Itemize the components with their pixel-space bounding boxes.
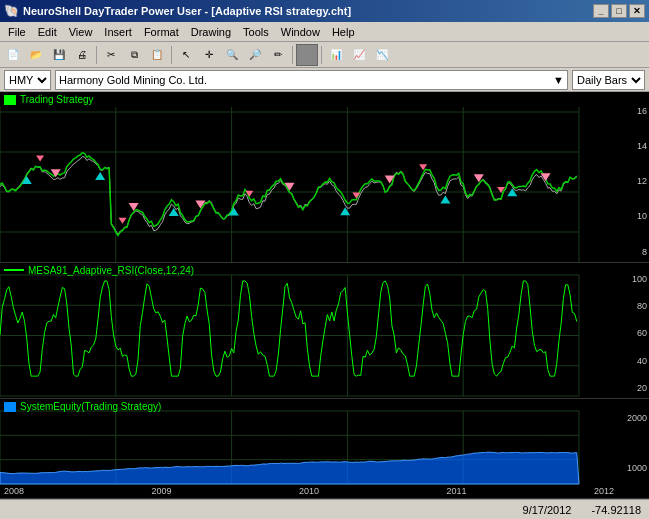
chart-button2[interactable]: 📈: [348, 44, 370, 66]
y-label-16: 16: [617, 107, 647, 116]
menu-format[interactable]: Format: [138, 25, 185, 39]
equity-panel: SystemEquity(Trading Strategy) 2000 1000…: [0, 399, 649, 499]
rsi-y-60: 60: [617, 329, 647, 338]
symbol-name: Harmony Gold Mining Co. Ltd. ▼: [55, 70, 568, 90]
title-bar-controls: _ □ ✕: [593, 4, 645, 18]
menu-file[interactable]: File: [2, 25, 32, 39]
title-bar-left: 🐚 NeuroShell DayTrader Power User - [Ada…: [4, 4, 351, 18]
toolbar-sep-3: [292, 46, 293, 64]
menu-window[interactable]: Window: [275, 25, 326, 39]
copy-button[interactable]: ⧉: [123, 44, 145, 66]
title-text: NeuroShell DayTrader Power User - [Adapt…: [23, 5, 351, 17]
trading-strategy-panel: Trading Strategy 16 14 12 10 8: [0, 92, 649, 263]
menu-bar: File Edit View Insert Format Drawing Too…: [0, 22, 649, 42]
pen-button[interactable]: ✏: [267, 44, 289, 66]
crosshair-button[interactable]: ✛: [198, 44, 220, 66]
rsi-y-20: 20: [617, 384, 647, 393]
paste-button[interactable]: 📋: [146, 44, 168, 66]
zoom-button[interactable]: 🔍: [221, 44, 243, 66]
chart-button3[interactable]: 📉: [371, 44, 393, 66]
fill-button[interactable]: [296, 44, 318, 66]
menu-edit[interactable]: Edit: [32, 25, 63, 39]
equity-label: SystemEquity(Trading Strategy): [4, 401, 161, 412]
new-button[interactable]: 📄: [2, 44, 24, 66]
trading-strategy-icon: [4, 95, 16, 105]
menu-drawing[interactable]: Drawing: [185, 25, 237, 39]
trading-strategy-label: Trading Strategy: [4, 94, 94, 105]
y-label-14: 14: [617, 142, 647, 151]
equity-y-1000: 1000: [612, 464, 647, 473]
y-label-8: 8: [617, 248, 647, 257]
y-label-12: 12: [617, 177, 647, 186]
equity-icon: [4, 402, 16, 412]
mesa-rsi-icon: [4, 269, 24, 271]
equity-chart-canvas: [0, 399, 614, 499]
equity-y-axis: 2000 1000: [612, 399, 647, 478]
symbol-select[interactable]: HMY: [4, 70, 51, 90]
trading-chart-canvas: [0, 92, 614, 263]
x-label-2008: 2008: [4, 487, 24, 496]
x-label-2011: 2011: [446, 487, 466, 496]
mesa-rsi-panel: MESA91_Adaptive_RSI(Close,12,24) 100 80 …: [0, 263, 649, 399]
maximize-button[interactable]: □: [611, 4, 627, 18]
cut-button[interactable]: ✂: [100, 44, 122, 66]
y-label-10: 10: [617, 212, 647, 221]
print-button[interactable]: 🖨: [71, 44, 93, 66]
toolbar-sep-1: [96, 46, 97, 64]
x-axis: 2008 2009 2010 2011 2012: [4, 487, 614, 496]
title-bar: 🐚 NeuroShell DayTrader Power User - [Ada…: [0, 0, 649, 22]
toolbar-sep-2: [171, 46, 172, 64]
symbol-dropdown-arrow[interactable]: ▼: [553, 74, 564, 86]
x-label-2010: 2010: [299, 487, 319, 496]
mesa-rsi-label: MESA91_Adaptive_RSI(Close,12,24): [4, 265, 194, 276]
chart-button1[interactable]: 📊: [325, 44, 347, 66]
x-label-2012: 2012: [594, 487, 614, 496]
menu-insert[interactable]: Insert: [98, 25, 138, 39]
equity-y-2000: 2000: [612, 414, 647, 423]
toolbar-sep-4: [321, 46, 322, 64]
x-label-2009: 2009: [151, 487, 171, 496]
zoom-out-button[interactable]: 🔎: [244, 44, 266, 66]
app-icon: 🐚: [4, 4, 19, 18]
menu-view[interactable]: View: [63, 25, 99, 39]
open-button[interactable]: 📂: [25, 44, 47, 66]
timeframe-select[interactable]: Daily Bars: [572, 70, 645, 90]
rsi-y-100: 100: [617, 275, 647, 284]
rsi-y-80: 80: [617, 302, 647, 311]
close-button[interactable]: ✕: [629, 4, 645, 18]
rsi-chart-canvas: [0, 263, 614, 399]
rsi-y-40: 40: [617, 357, 647, 366]
menu-tools[interactable]: Tools: [237, 25, 275, 39]
status-value: -74.92118: [591, 504, 641, 516]
save-button[interactable]: 💾: [48, 44, 70, 66]
trading-y-axis: 16 14 12 10 8: [617, 92, 647, 262]
rsi-y-axis: 100 80 60 40 20: [617, 263, 647, 398]
status-date: 9/17/2012: [523, 504, 572, 516]
main-content: Trading Strategy 16 14 12 10 8 MESA91_Ad…: [0, 92, 649, 499]
toolbar: 📄 📂 💾 🖨 ✂ ⧉ 📋 ↖ ✛ 🔍 🔎 ✏ 📊 📈 📉: [0, 42, 649, 68]
menu-help[interactable]: Help: [326, 25, 361, 39]
symbol-bar: HMY Harmony Gold Mining Co. Ltd. ▼ Daily…: [0, 68, 649, 92]
status-bar: 9/17/2012 -74.92118: [0, 499, 649, 519]
minimize-button[interactable]: _: [593, 4, 609, 18]
pointer-button[interactable]: ↖: [175, 44, 197, 66]
